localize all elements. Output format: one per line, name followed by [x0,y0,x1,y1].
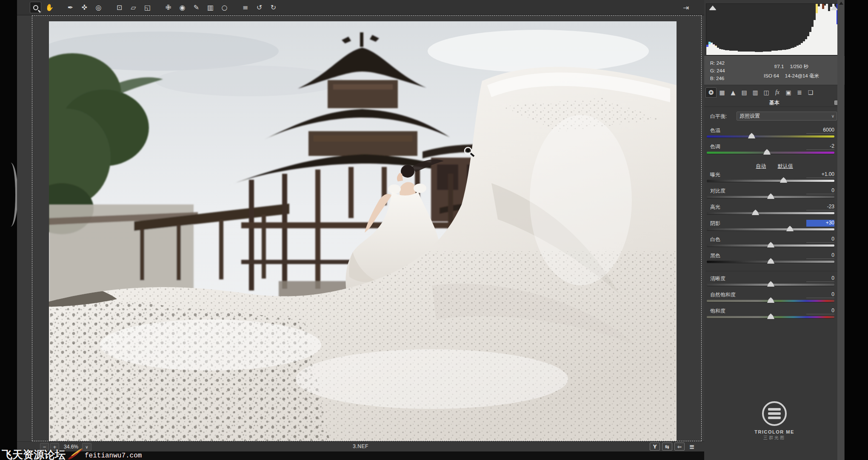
highlights-value[interactable]: -23 [806,204,834,210]
color-sampler-tool[interactable]: ✜ [79,2,90,13]
whites-label: 白色 [710,236,720,243]
red-value: R: 242 [710,59,725,67]
brand-subtitle: 三群光图 [704,435,845,441]
slider-row-vibrance: 自然饱和度0 [704,291,845,307]
tab-detail[interactable]: ▲ [728,87,739,98]
whites-value[interactable]: 0 [806,236,834,243]
hand-tool[interactable]: ✋ [44,2,55,13]
cycle-preview-button[interactable]: ⇆ [662,443,672,451]
graduated-filter-tool[interactable]: ▥ [205,2,216,13]
blacks-label: 黑色 [710,252,720,259]
white-balance-select[interactable]: 原照设置 ∨ [737,112,837,121]
scroll-up-icon[interactable] [839,2,843,5]
watermark-site-name: 飞天资源论坛 [2,449,66,460]
red-eye-tool[interactable]: ◉ [177,2,188,13]
vibrance-value[interactable]: 0 [806,291,834,298]
saturation-label: 饱和度 [710,308,725,315]
clarity-label: 清晰度 [710,275,725,282]
tab-tone-curve[interactable]: ▦ [717,87,728,98]
vibrance-label: 自然饱和度 [710,291,736,299]
preview-toggle-button[interactable]: Y [650,443,660,451]
chevron-down-icon: ∨ [831,114,834,118]
white-balance-tool[interactable]: ✒ [65,2,76,13]
targeted-adjustment-tool[interactable]: ◎ [93,2,104,13]
toolbar: ✋✒✜◎⊡▱◱✙◉✎▥○≡↺↻ [17,0,704,15]
panel-title: 基本 [704,99,845,107]
tab-hsl-grayscale[interactable]: ▤ [739,87,750,98]
photo-preview[interactable] [49,21,677,441]
radial-filter-tool[interactable]: ○ [219,2,230,13]
panel-scrollbar[interactable] [837,0,844,460]
aperture-value: f/7.1 [774,64,784,69]
lens-value: 14-24@14 毫米 [785,73,819,78]
preview-canvas[interactable] [17,15,704,441]
adjustment-brush-tool[interactable]: ✎ [191,2,202,13]
spot-removal-tool[interactable]: ✙ [163,2,174,13]
rotate-right-button[interactable]: ↻ [268,2,279,13]
shadows-track[interactable] [707,228,834,230]
slider-row-contrast: 对比度0 [704,187,845,203]
iso-value: ISO 64 [764,73,779,78]
white-balance-value: 原照设置 [740,112,760,120]
watermark-site-url: feitianwu7.com [85,452,142,460]
shadows-value[interactable]: +30 [806,220,834,227]
transform-tool[interactable]: ◱ [142,2,153,13]
rotate-left-button[interactable]: ↺ [254,2,265,13]
contrast-value[interactable]: 0 [806,187,834,194]
panel-tabs: ❂▦▲▤▥◫fx▣≣❏ [705,87,816,98]
adjustments-panel: R: 242 G: 244 B: 246 f/7.11/250 秒 ISO 64… [704,0,845,460]
tab-camera-calibration[interactable]: ▣ [783,87,794,98]
contrast-label: 对比度 [710,187,725,195]
temperature-label: 色温 [710,127,720,134]
saturation-value[interactable]: 0 [806,308,834,314]
overlay-curve-mark [3,163,18,227]
preferences-button[interactable]: ≡ [240,2,251,13]
highlights-label: 高光 [710,204,720,211]
histogram[interactable] [706,3,841,55]
straighten-tool[interactable]: ▱ [128,2,139,13]
slider-row-exposure: 曝光+1.00 [704,171,845,187]
crop-tool[interactable]: ⊡ [114,2,125,13]
temperature-value[interactable]: 6000 [806,127,834,134]
preview-options-button[interactable]: ≡ [687,443,697,451]
auto-default-links: 自动 默认值 [704,163,845,170]
exposure-label: 曝光 [710,171,720,178]
clarity-value[interactable]: 0 [806,275,834,282]
tab-effects[interactable]: fx [772,87,783,98]
section-divider [706,271,843,271]
slider-row-tint: 色调-2 [704,143,845,158]
tab-basic[interactable]: ❂ [705,87,717,98]
tab-lens-corrections[interactable]: ◫ [761,87,772,98]
tint-label: 色调 [710,143,720,150]
zoom-tool[interactable] [30,2,41,13]
exposure-value[interactable]: +1.00 [806,171,834,178]
shadow-clipping-icon[interactable] [709,6,717,10]
exif-readout: f/7.11/250 秒 ISO 6414-24@14 毫米 [745,62,838,80]
slider-row-shadows: 阴影+30 [704,220,845,235]
brand-title: TRICOLOR ME [704,429,845,434]
slider-row-saturation: 饱和度0 [704,308,845,323]
default-link[interactable]: 默认值 [778,163,793,169]
tint-track[interactable] [707,152,834,154]
watermark-logo-icon [67,446,84,460]
rgb-readout: R: 242 G: 244 B: 246 [710,59,725,82]
tint-value[interactable]: -2 [806,143,834,150]
blacks-value[interactable]: 0 [806,252,834,259]
tab-snapshots[interactable]: ❏ [805,87,816,98]
tab-presets[interactable]: ≣ [794,87,805,98]
toggle-fullscreen-icon[interactable]: ⇥ [680,2,692,13]
tab-split-toning[interactable]: ▥ [750,87,761,98]
magnifier-icon [33,5,38,10]
slider-row-clarity: 清晰度0 [704,275,845,290]
auto-link[interactable]: 自动 [756,163,766,169]
white-balance-label: 白平衡: [710,113,727,120]
exposure-track[interactable] [707,180,834,182]
shadows-label: 阴影 [710,220,720,227]
image-info-strip: R: 242 G: 244 B: 246 f/7.11/250 秒 ISO 64… [704,56,845,85]
tricolor-logo-icon [762,401,787,426]
slider-row-whites: 白色0 [704,236,845,251]
highlights-track[interactable] [707,212,834,214]
watermark: 飞天资源论坛 feitianwu7.com [2,441,142,460]
copy-settings-button[interactable]: ⇦ [674,443,685,451]
temperature-track[interactable] [707,135,834,138]
